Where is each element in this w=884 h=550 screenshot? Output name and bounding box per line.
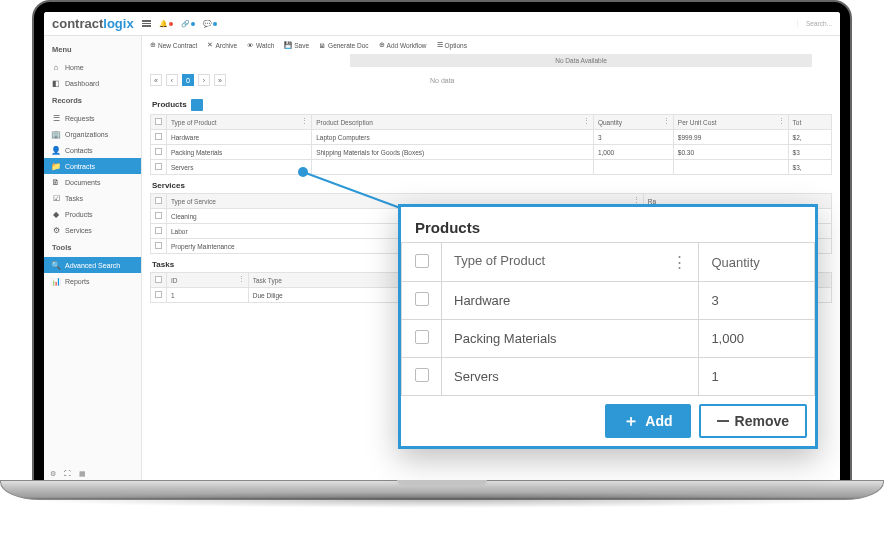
products-table: Type of Product⋮ Product Description⋮ Qu… [150,114,832,175]
sidebar-item-contacts[interactable]: 👤Contacts [44,142,141,158]
options-button[interactable]: ☰ Options [437,41,467,49]
sidebar-item-products[interactable]: ◆Products [44,206,141,222]
products-col-type[interactable]: Type of Product⋮ [167,115,312,130]
products-col-unit[interactable]: Per Unit Cost⋮ [673,115,788,130]
zoom-col-type[interactable]: Type of Product⋮ [442,243,699,282]
products-col-desc[interactable]: Product Description⋮ [312,115,594,130]
pager: « ‹ 0 › » No data [150,71,832,89]
pager-first[interactable]: « [150,74,162,86]
zoom-title: Products [401,207,815,242]
sidebar-item-contracts[interactable]: 📁Contracts [44,158,141,174]
action-toolbar: ⊕ New Contract ✕ Archive 👁 Watch 💾 Save … [150,36,832,54]
table-row[interactable]: Packing MaterialsShipping Materials for … [151,145,832,160]
kebab-icon[interactable]: ⋮ [672,253,686,271]
generate-doc-button[interactable]: 🗎 Generate Doc [319,42,368,49]
sidebar-item-requests[interactable]: ☰Requests [44,110,141,126]
search-input[interactable]: Search... [797,20,832,27]
table-row[interactable]: Servers$3, [151,160,832,175]
zoom-col-qty[interactable]: Quantity [699,243,815,282]
minus-icon [717,420,729,422]
products-col-total[interactable]: Tot [788,115,831,130]
products-col-checkbox[interactable] [151,115,167,130]
menu-icon[interactable] [142,20,151,27]
pager-prev[interactable]: ‹ [166,74,178,86]
products-icon: ◆ [52,210,60,218]
archive-button[interactable]: ✕ Archive [207,41,237,49]
svg-line-0 [303,172,403,209]
sidebar: Menu ⌂Home ◧Dashboard Records ☰Requests … [44,36,142,482]
products-col-qty[interactable]: Quantity⋮ [593,115,673,130]
link-icon[interactable]: 🔗 [181,20,195,28]
reports-icon: 📊 [52,277,60,285]
watch-button[interactable]: 👁 Watch [247,42,274,49]
requests-icon: ☰ [52,114,60,122]
services-col-checkbox[interactable] [151,194,167,209]
sidebar-item-dashboard[interactable]: ◧Dashboard [44,75,141,91]
home-icon: ⌂ [52,63,60,71]
sidebar-bottom-icons: ⚙ ⛶ ▦ [50,470,86,478]
sidebar-item-documents[interactable]: 🗎Documents [44,174,141,190]
table-row[interactable]: Servers1 [402,358,815,396]
chat-icon[interactable]: 💬 [203,20,217,28]
add-workflow-button[interactable]: ⊕ Add Workflow [379,41,427,49]
brand-logo: contractlogix [52,16,134,31]
pager-next[interactable]: › [198,74,210,86]
services-section-title: Services [150,175,832,193]
sidebar-item-tasks[interactable]: ☑Tasks [44,190,141,206]
zoom-products-table: Type of Product⋮ Quantity Hardware3 Pack… [401,242,815,396]
organizations-icon: 🏢 [52,130,60,138]
table-row[interactable]: Packing Materials1,000 [402,320,815,358]
folder-icon: 📁 [52,162,60,170]
new-contract-button[interactable]: ⊕ New Contract [150,41,197,49]
notifications-icon[interactable]: 🔔 [159,20,173,28]
add-button[interactable]: ＋Add [605,404,690,438]
pager-nodata: No data [430,77,455,84]
expand-icon[interactable]: ⛶ [64,470,71,478]
sidebar-section-tools: Tools [44,238,141,257]
zoom-actions: ＋Add Remove [401,396,815,446]
pager-page-0[interactable]: 0 [182,74,194,86]
documents-icon: 🗎 [52,178,60,186]
grid-icon[interactable]: ▦ [79,470,86,478]
no-data-banner: No Data Available [350,54,812,67]
sidebar-item-organizations[interactable]: 🏢Organizations [44,126,141,142]
sidebar-section-records: Records [44,91,141,110]
remove-button[interactable]: Remove [699,404,807,438]
contacts-icon: 👤 [52,146,60,154]
dashboard-icon: ◧ [52,79,60,87]
products-section-title: Products [150,93,832,114]
services-icon: ⚙ [52,226,60,234]
search-icon: 🔍 [52,261,60,269]
sidebar-item-advanced-search[interactable]: 🔍Advanced Search [44,257,141,273]
gear-icon[interactable]: ⚙ [50,470,56,478]
table-row[interactable]: Hardware3 [402,282,815,320]
sidebar-item-home[interactable]: ⌂Home [44,59,141,75]
pager-last[interactable]: » [214,74,226,86]
tasks-col-checkbox[interactable] [151,273,167,288]
kebab-icon[interactable]: ⋮ [301,117,308,125]
tasks-col-id[interactable]: ID⋮ [167,273,249,288]
save-button[interactable]: 💾 Save [284,41,309,49]
sidebar-section-menu: Menu [44,40,141,59]
tasks-icon: ☑ [52,194,60,202]
products-callout-marker [191,99,203,111]
sidebar-item-reports[interactable]: 📊Reports [44,273,141,289]
zoom-col-checkbox[interactable] [402,243,442,282]
table-row[interactable]: HardwareLaptop Computers3$999.99$2, [151,130,832,145]
products-zoom-panel: Products Type of Product⋮ Quantity Hardw… [398,204,818,449]
sidebar-item-services[interactable]: ⚙Services [44,222,141,238]
topbar: contractlogix 🔔 🔗 💬 Search... [44,12,840,36]
